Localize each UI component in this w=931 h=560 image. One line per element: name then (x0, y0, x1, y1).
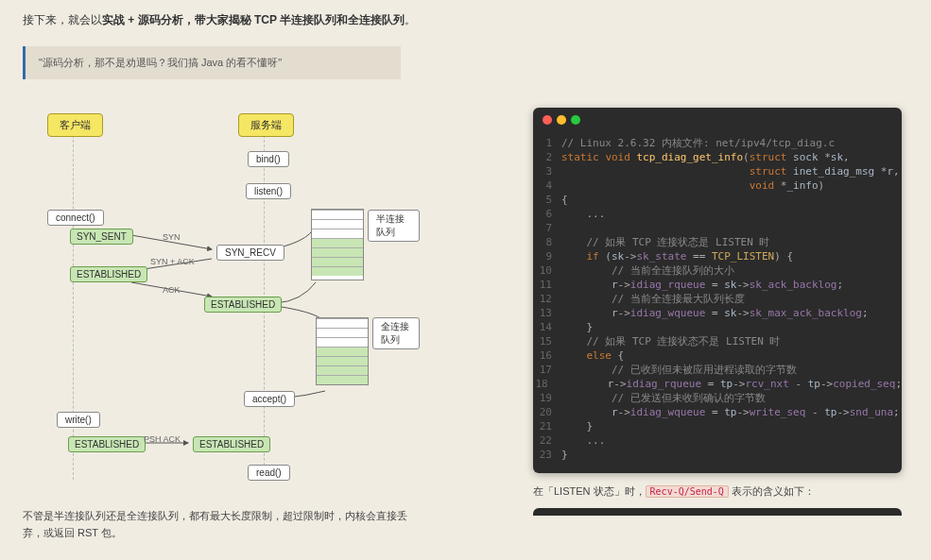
code-line: 1// Linux 2.6.32 内核文件: net/ipv4/tcp_diag… (533, 136, 902, 150)
code-line: 16 else { (533, 348, 902, 363)
quote-block: "源码分析，那不是劝退吗？我们搞 Java 的看不懂呀" (23, 46, 401, 79)
full-connect-queue (316, 317, 369, 385)
code-line: 3 struct inet_diag_msg *r, (533, 164, 902, 178)
code-line: 21 } (533, 419, 902, 433)
established-write: ESTABLISHED (68, 436, 146, 452)
code-line: 14 } (533, 320, 902, 334)
synack-label: SYN + ACK (150, 257, 195, 266)
syn-label: SYN (163, 232, 181, 242)
code-line: 17 // 已收到但未被应用进程读取的字节数 (533, 363, 902, 377)
right-bottom-text: 在「LISTEN 状态」时，Recv-Q/Send-Q 表示的含义如下： (533, 484, 902, 499)
code-line: 13 r->idiag_wqueue = sk->sk_max_ack_back… (533, 306, 902, 320)
diagram-column: 客户端 服务端 bind() listen() connect() SYN_SE… (23, 108, 420, 541)
code-line: 19 // 已发送但未收到确认的字节数 (533, 391, 902, 405)
syn-sent-state: SYN_SENT (70, 229, 133, 245)
minimize-icon (557, 115, 566, 125)
intro-paragraph: 接下来，就会以实战 + 源码分析，带大家揭秘 TCP 半连接队列和全连接队列。 (23, 11, 908, 29)
connect-call: connect() (47, 210, 104, 226)
code-line: 15 // 如果 TCP 连接状态不是 LISTEN 时 (533, 334, 902, 348)
code-body: 1// Linux 2.6.32 内核文件: net/ipv4/tcp_diag… (533, 132, 902, 473)
code-line: 4 void *_info) (533, 178, 902, 193)
code-line: 8 // 如果 TCP 连接状态是 LISTEN 时 (533, 235, 902, 249)
code-line: 2static void tcp_diag_get_info(struct so… (533, 150, 902, 164)
code-line: 18 r->idiag_rqueue = tp->rcv_nxt - tp->c… (533, 377, 902, 391)
read-call: read() (248, 465, 290, 481)
code-line: 12 // 当前全连接最大队列长度 (533, 292, 902, 306)
code-line: 23} (533, 448, 902, 462)
ack-label: ACK (163, 285, 181, 295)
inline-code: Recv-Q/Send-Q (646, 485, 729, 498)
code-line: 5{ (533, 193, 902, 207)
established-client: ESTABLISHED (70, 266, 147, 282)
code-line: 9 if (sk->sk_state == TCP_LISTEN) { (533, 249, 902, 263)
established-server: ESTABLISHED (204, 297, 282, 313)
code-line: 7 (533, 221, 902, 235)
code-line: 6 ... (533, 207, 902, 221)
code-editor: 1// Linux 2.6.32 内核文件: net/ipv4/tcp_diag… (533, 108, 902, 473)
bottom-left-text: 不管是半连接队列还是全连接队列，都有最大长度限制，超过限制时，内核会直接丢弃，或… (23, 508, 420, 541)
code-line: 11 r->idiag_rqueue = sk->sk_ack_backlog; (533, 278, 902, 292)
code-column: 1// Linux 2.6.32 内核文件: net/ipv4/tcp_diag… (533, 108, 902, 541)
full-queue-label: 全连接队列 (372, 317, 420, 349)
close-icon (543, 115, 552, 125)
code-line: 10 // 当前全连接队列的大小 (533, 263, 902, 278)
accept-call: accept() (244, 391, 295, 407)
maximize-icon (571, 115, 580, 125)
code-line: 22 ... (533, 433, 902, 448)
tcp-handshake-diagram: 客户端 服务端 bind() listen() connect() SYN_SE… (23, 108, 420, 495)
code-line: 20 r->idiag_wqueue = tp->write_seq - tp-… (533, 405, 902, 419)
server-box: 服务端 (238, 113, 294, 137)
client-box: 客户端 (47, 113, 103, 137)
editor-traffic-lights (533, 108, 902, 132)
half-connect-queue (311, 209, 364, 280)
next-block-stub (533, 508, 902, 516)
half-queue-label: 半连接队列 (368, 210, 420, 242)
write-call: write() (57, 412, 100, 428)
listen-call: listen() (246, 183, 291, 199)
bind-call: bind() (248, 151, 289, 167)
syn-recv-state: SYN_RECV (216, 245, 284, 261)
pshack-label: PSH ACK (144, 434, 181, 444)
established-read: ESTABLISHED (193, 436, 270, 452)
